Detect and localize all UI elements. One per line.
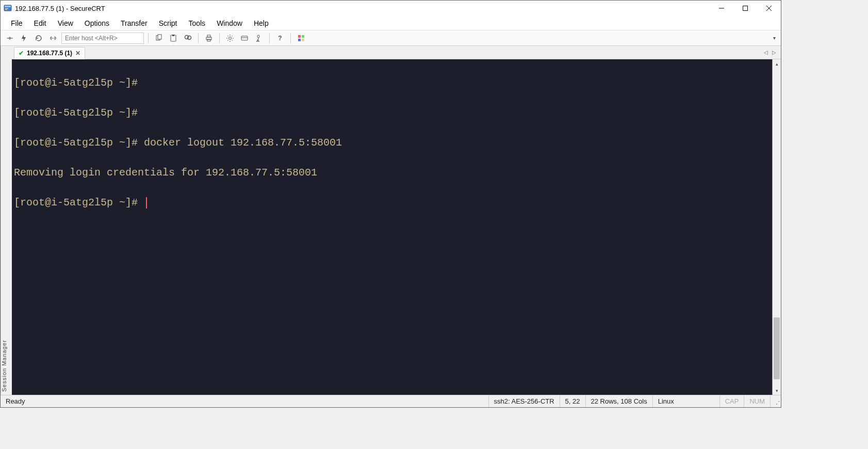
terminal-line: [root@i-5atg2l5p ~]#: [14, 75, 770, 90]
connect-icon[interactable]: [4, 32, 16, 44]
terminal-line: [root@i-5atg2l5p ~]#: [14, 105, 770, 120]
color-scheme-icon[interactable]: [295, 32, 307, 44]
cursor-icon: [146, 197, 147, 209]
statusbar: Ready ssh2: AES-256-CTR 5, 22 22 Rows, 1…: [1, 395, 781, 407]
tab-next-icon[interactable]: ▷: [771, 49, 778, 56]
svg-rect-20: [257, 35, 259, 38]
content-column: ✔ 192.168.77.5 (1) ✕ ◁ ▷ [root@i-5atg2l5…: [12, 46, 781, 395]
scroll-up-icon[interactable]: ▴: [773, 59, 781, 68]
tabbar: ✔ 192.168.77.5 (1) ✕ ◁ ▷: [12, 46, 781, 59]
menu-help[interactable]: Help: [249, 17, 274, 29]
menu-tools[interactable]: Tools: [183, 17, 210, 29]
status-num: NUM: [744, 395, 770, 407]
close-button[interactable]: [757, 1, 781, 16]
tab-label: 192.168.77.5 (1): [27, 50, 72, 57]
terminal-wrap: [root@i-5atg2l5p ~]# [root@i-5atg2l5p ~]…: [12, 59, 781, 395]
status-cursor: 5, 22: [560, 395, 585, 407]
resize-grip-icon[interactable]: ⋰: [770, 395, 781, 407]
svg-rect-24: [298, 39, 301, 41]
session-tab[interactable]: ✔ 192.168.77.5 (1) ✕: [14, 47, 85, 59]
svg-rect-22: [298, 35, 301, 38]
reconnect-icon[interactable]: [32, 32, 45, 44]
menu-script[interactable]: Script: [154, 17, 183, 29]
status-ready: Ready: [1, 395, 30, 407]
keymap-icon[interactable]: [253, 32, 265, 44]
minimize-button[interactable]: [710, 1, 733, 16]
menu-window[interactable]: Window: [211, 17, 248, 29]
svg-rect-18: [241, 36, 248, 40]
menu-file[interactable]: File: [6, 17, 28, 29]
menu-view[interactable]: View: [53, 17, 78, 29]
tab-close-icon[interactable]: ✕: [75, 50, 80, 57]
session-options-icon[interactable]: [238, 32, 251, 44]
quick-connect-icon[interactable]: [18, 32, 30, 44]
terminal-scrollbar[interactable]: ▴ ▾: [772, 59, 781, 395]
terminal-line: [root@i-5atg2l5p ~]# docker logout 192.1…: [14, 135, 770, 150]
menu-options[interactable]: Options: [79, 17, 114, 29]
toolbar-separator: [198, 33, 199, 43]
settings-icon[interactable]: [224, 32, 236, 44]
menubar: File Edit View Options Transfer Script T…: [1, 16, 781, 30]
titlebar: 192.168.77.5 (1) - SecureCRT: [1, 1, 781, 16]
svg-text:?: ?: [278, 35, 282, 42]
svg-point-17: [229, 37, 232, 39]
tab-prev-icon[interactable]: ◁: [762, 49, 769, 56]
status-os: Linux: [652, 395, 719, 407]
status-cipher: ssh2: AES-256-CTR: [488, 395, 560, 407]
toolbar-separator: [148, 33, 149, 43]
toolbar-separator: [269, 33, 270, 43]
scroll-down-icon[interactable]: ▾: [773, 386, 781, 395]
toolbar-overflow-icon[interactable]: ▾: [773, 35, 778, 41]
terminal-line: Removing login credentials for 192.168.7…: [14, 165, 770, 180]
svg-rect-5: [743, 6, 748, 11]
svg-rect-2: [5, 8, 8, 9]
app-icon: [4, 4, 12, 12]
svg-rect-1: [5, 6, 11, 7]
host-input[interactable]: [61, 33, 144, 44]
svg-rect-25: [302, 39, 304, 41]
svg-rect-9: [158, 35, 161, 39]
menu-transfer[interactable]: Transfer: [116, 17, 153, 29]
status-dims: 22 Rows, 108 Cols: [585, 395, 652, 407]
svg-point-13: [188, 36, 191, 39]
connected-check-icon: ✔: [19, 50, 24, 57]
session-manager-tab[interactable]: Session Manager: [1, 46, 12, 395]
main-area: Session Manager ✔ 192.168.77.5 (1) ✕ ◁ ▷…: [1, 46, 781, 395]
svg-rect-3: [5, 9, 7, 10]
svg-rect-23: [302, 35, 304, 38]
print-icon[interactable]: [203, 32, 215, 44]
svg-rect-15: [207, 35, 210, 37]
maximize-button[interactable]: [733, 1, 757, 16]
paste-icon[interactable]: [167, 32, 179, 44]
scroll-thumb[interactable]: [774, 317, 780, 379]
toolbar-separator: [219, 33, 220, 43]
disconnect-icon[interactable]: [47, 32, 59, 44]
status-cap: CAP: [719, 395, 744, 407]
copy-icon[interactable]: [153, 32, 165, 44]
toolbar: ? ▾: [1, 30, 781, 46]
menu-edit[interactable]: Edit: [29, 17, 52, 29]
window-title: 192.168.77.5 (1) - SecureCRT: [15, 5, 105, 12]
terminal-line: [root@i-5atg2l5p ~]#: [14, 195, 770, 210]
help-icon[interactable]: ?: [274, 32, 286, 44]
toolbar-separator: [290, 33, 291, 43]
terminal[interactable]: [root@i-5atg2l5p ~]# [root@i-5atg2l5p ~]…: [12, 59, 772, 395]
svg-rect-11: [172, 35, 174, 36]
app-window: 192.168.77.5 (1) - SecureCRT File Edit V…: [0, 0, 781, 408]
find-icon[interactable]: [182, 32, 194, 44]
